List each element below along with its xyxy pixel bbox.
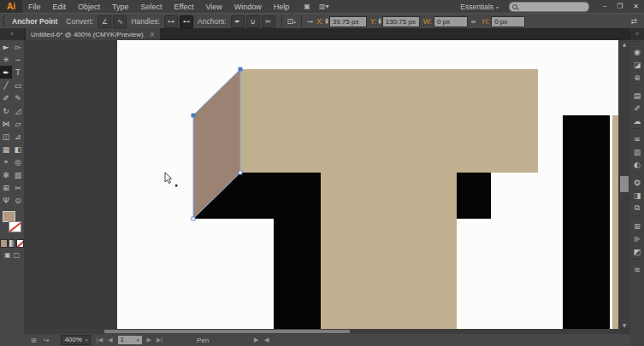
transform-icon[interactable]: ⇄ xyxy=(630,17,637,26)
tab-close-icon[interactable]: × xyxy=(150,31,156,38)
next-artboard-button[interactable]: ▶ xyxy=(147,337,151,343)
scale-tool[interactable]: ◿ xyxy=(12,104,24,117)
status-arrow-left-icon[interactable]: ◀ xyxy=(264,337,269,343)
lasso-tool[interactable]: ∽ xyxy=(12,53,24,66)
selection-tool[interactable]: ► xyxy=(0,40,12,53)
document-layout-icon[interactable]: ▥▾ xyxy=(319,3,329,10)
anchor-point[interactable] xyxy=(239,67,242,71)
anchor-point[interactable] xyxy=(192,217,195,220)
gradient-tool[interactable]: ◧ xyxy=(12,143,24,155)
color-panel-icon[interactable]: ◉ xyxy=(630,45,644,58)
height-field[interactable]: 0 px xyxy=(491,16,525,27)
app-logo[interactable]: Ai xyxy=(0,0,22,13)
color-guide-panel-icon[interactable]: ◪ xyxy=(630,58,644,71)
scroll-up-icon[interactable]: ▲ xyxy=(618,41,630,47)
rotate-tool[interactable]: ↻ xyxy=(0,104,12,117)
zoom-level-select[interactable]: 400%▾ xyxy=(61,335,91,345)
mesh-tool[interactable]: ▦ xyxy=(0,143,12,155)
first-artboard-button[interactable]: |◀ xyxy=(96,337,103,343)
gradient-button[interactable] xyxy=(9,239,16,248)
transform-panel-icon[interactable]: ⊞ xyxy=(630,220,644,232)
bounding-box-icon[interactable]: ⊡▾ xyxy=(287,17,296,26)
perspective-grid-tool[interactable]: ⊿ xyxy=(12,130,24,143)
eyedropper-tool[interactable]: ⌖ xyxy=(0,155,12,168)
connect-anchors-button[interactable]: ∪ xyxy=(246,15,260,28)
y-field[interactable]: 130.75 px xyxy=(382,16,420,27)
rectangle-tool[interactable]: ▭ xyxy=(12,79,24,91)
line-segment-tool[interactable]: ╱ xyxy=(0,79,12,91)
free-transform-tool[interactable]: ▱ xyxy=(12,117,24,130)
zoom-tool[interactable]: ⊙ xyxy=(12,194,24,207)
slice-tool[interactable]: ✂ xyxy=(12,181,24,194)
pen-tool[interactable]: ✒ xyxy=(0,66,12,79)
column-graph-tool[interactable]: ▥ xyxy=(12,168,24,181)
menu-effect[interactable]: Effect xyxy=(168,3,200,11)
workspace-switcher[interactable]: Essentials▾ xyxy=(460,3,499,11)
direct-selection-tool[interactable]: ▻ xyxy=(12,40,24,53)
y-stepper[interactable]: ▲▼ xyxy=(378,18,381,25)
blend-tool[interactable]: ◎ xyxy=(12,155,24,168)
horizontal-scrollbar-thumb[interactable] xyxy=(104,330,350,333)
menu-help[interactable]: Help xyxy=(268,3,296,11)
show-handles-button[interactable]: ⊶ xyxy=(164,15,178,28)
symbols-panel-icon[interactable]: ◩ xyxy=(630,245,644,258)
arrange-documents-icon[interactable]: ▣ xyxy=(304,3,310,10)
shape-builder-tool[interactable]: ◫ xyxy=(0,130,12,143)
status-arrow-right-icon[interactable]: ▶ xyxy=(254,337,258,343)
symbol-sprayer-tool[interactable]: ✻ xyxy=(0,168,12,181)
transparency-panel-icon[interactable]: ◐ xyxy=(630,158,644,171)
canvas[interactable] xyxy=(24,40,618,329)
menu-select[interactable]: Select xyxy=(135,3,168,11)
menu-object[interactable]: Object xyxy=(72,3,106,11)
asset-export-panel-icon[interactable]: ≋ xyxy=(630,263,644,276)
vertical-scrollbar-thumb[interactable] xyxy=(620,176,629,192)
stroke-swatch[interactable] xyxy=(9,221,21,232)
menu-window[interactable]: Window xyxy=(228,3,268,11)
type-tool[interactable]: T xyxy=(12,66,24,79)
convert-corner-button[interactable]: ∠ xyxy=(97,15,111,28)
brushes-panel-icon[interactable]: ✐ xyxy=(630,102,644,114)
link-dimensions-icon[interactable]: ∞ xyxy=(470,18,476,26)
export-icon[interactable]: ↪ xyxy=(44,337,50,344)
x-field[interactable]: 39.75 px xyxy=(329,16,367,27)
screen-mode-icon[interactable]: ▢ xyxy=(14,251,21,259)
minimize-button[interactable]: – xyxy=(598,3,612,10)
graphic-styles-panel-icon[interactable]: ◨ xyxy=(630,189,644,202)
layers-panel-icon[interactable]: ⧉ xyxy=(630,202,644,214)
anchor-point[interactable] xyxy=(192,114,195,117)
stroke-panel-icon[interactable]: ≡ xyxy=(630,132,644,145)
hide-handles-button[interactable]: ⊷ xyxy=(180,15,193,28)
document-tab[interactable]: Untitled-6* @ 400% (CMYK/Preview) × xyxy=(26,28,160,40)
hand-tool[interactable]: Ψ xyxy=(0,194,12,207)
artboard-number-select[interactable]: 1▾ xyxy=(118,336,142,344)
magic-wand-tool[interactable]: ✳ xyxy=(0,53,12,66)
anchor-point[interactable] xyxy=(239,171,242,174)
tools-panel-header[interactable]: ≡ xyxy=(0,28,24,40)
appearance-panel-icon[interactable]: ❂ xyxy=(630,176,644,189)
libraries-panel-icon[interactable]: ☁ xyxy=(630,114,644,127)
width-field[interactable]: 0 px xyxy=(434,16,468,27)
dock-expand-icon[interactable]: « xyxy=(630,28,644,40)
grid-icon[interactable]: ⊞ xyxy=(31,337,37,344)
align-panel-icon[interactable]: ⊪ xyxy=(630,232,644,245)
artboard-tool[interactable]: ⊞ xyxy=(0,181,12,194)
x-stepper[interactable]: ▲▼ xyxy=(325,18,328,25)
draw-normal-icon[interactable]: ▣ xyxy=(4,251,11,259)
close-button[interactable]: ✕ xyxy=(628,3,644,10)
color-button[interactable] xyxy=(0,239,8,248)
restore-button[interactable]: ❐ xyxy=(612,3,628,10)
width-tool[interactable]: ⋈ xyxy=(0,117,12,130)
remove-anchor-button[interactable]: ✒ xyxy=(231,15,245,28)
isolate-object-icon[interactable]: ⊸ xyxy=(307,17,314,26)
previous-artboard-button[interactable]: ◀ xyxy=(108,337,112,343)
gradient-panel-icon[interactable]: ▥ xyxy=(630,145,644,158)
menu-file[interactable]: File xyxy=(22,3,47,11)
menu-type[interactable]: Type xyxy=(106,3,135,11)
menu-view[interactable]: View xyxy=(199,3,227,11)
menu-edit[interactable]: Edit xyxy=(47,3,73,11)
search-input[interactable] xyxy=(509,2,589,12)
cut-path-button[interactable]: ✂ xyxy=(262,15,275,28)
convert-smooth-button[interactable]: ∿ xyxy=(113,15,127,28)
vertical-scrollbar[interactable]: ▲ ▼ xyxy=(618,40,630,329)
last-artboard-button[interactable]: ▶| xyxy=(157,337,163,343)
